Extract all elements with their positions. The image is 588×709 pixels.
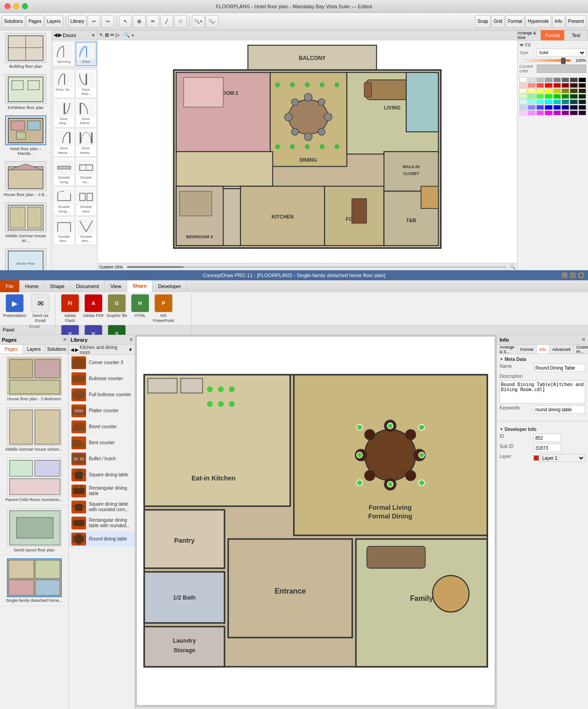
select-tool[interactable]: ⊞ [133,15,146,28]
color-swatch[interactable] [528,105,535,110]
door-item-12[interactable]: Double doo... [76,217,97,245]
dev-collapse-triangle[interactable]: ▼ [500,427,503,431]
minimize-button[interactable] [13,3,19,9]
shape-tool[interactable]: □ [174,15,187,28]
lib-rect-dining-rounded[interactable]: Rectangular dining table with rounded... [69,515,135,531]
color-swatch[interactable] [578,99,586,104]
door-item-5[interactable]: Door, frame... [54,128,75,157]
color-swatch[interactable] [544,105,552,110]
info-tab-arrange[interactable]: Arrange & S... [497,345,517,354]
color-swatch[interactable] [561,99,569,104]
line-tool[interactable]: ╱ [160,15,173,28]
door-item-1[interactable]: Door, thr... [54,70,75,98]
door-item-3[interactable]: Door, stop... [54,99,75,127]
lib-bevel-counter[interactable]: Bevel counter [69,419,135,435]
color-swatch[interactable] [570,99,577,104]
ribbon-tab-home[interactable]: Home [20,280,44,292]
color-swatch[interactable] [536,83,544,88]
color-swatch[interactable] [528,88,535,93]
rp-tab-text[interactable]: Text [565,30,588,40]
lib-rect-dining[interactable]: Rectangular dining table [69,483,135,499]
canvas-tool-4[interactable]: ▷ [116,32,120,38]
color-swatch[interactable] [561,83,569,88]
color-swatch[interactable] [528,77,535,82]
zoom-in[interactable]: + [131,33,134,38]
color-swatch[interactable] [578,110,586,115]
color-swatch[interactable] [536,99,544,104]
ribbon-tab-document[interactable]: Document [71,280,105,292]
door-item-7[interactable]: Double hung [54,158,75,186]
keywords-input[interactable] [534,405,585,414]
color-swatch[interactable] [570,77,577,82]
color-swatch[interactable] [519,99,527,104]
color-swatch[interactable] [561,94,569,99]
door-item-2[interactable]: Door, stop... [76,70,97,98]
color-swatch[interactable] [553,99,561,104]
color-swatch[interactable] [553,77,561,82]
ribbon-tab-view[interactable]: View [105,280,127,292]
redo-btn[interactable]: ↪ [101,15,114,28]
color-swatch[interactable] [528,99,535,104]
door-item-9[interactable]: Double hung... [54,187,75,215]
present-btn[interactable]: Present [566,15,586,28]
rp-tab-format[interactable]: Format [541,30,564,40]
color-swatch[interactable] [578,88,586,93]
ribbon-tab-file[interactable]: File [0,280,20,292]
layer-select[interactable]: Layer 1 [540,454,585,462]
lib-nav-dropdown[interactable]: ▼ [128,347,133,352]
thumb-hotel[interactable]: Hotel floor plan – Manda... [0,113,51,158]
ribbon-btn-ppt[interactable]: P MS PowerPoint [152,294,174,323]
canvas-tool-1[interactable]: ↖ [99,32,103,38]
lib-platter-counter[interactable]: Platter counter [69,403,135,419]
collapse-triangle[interactable] [519,44,524,47]
close-win-btn[interactable]: ✕ [578,272,584,278]
close-doors[interactable]: ✕ [92,33,95,38]
color-swatch[interactable] [561,105,569,110]
info-tab-custom[interactable]: Custom Pr... [574,345,588,354]
tab-layers[interactable]: Layers [23,345,46,354]
door-item-6[interactable]: Door, frame... [76,128,97,157]
undo-btn[interactable]: ↩ [87,15,100,28]
color-swatch[interactable] [544,94,552,99]
lib-bent-counter[interactable]: Bent counter [69,435,135,451]
door-item-4[interactable]: Door, frame... [76,99,97,127]
lib-round-dining[interactable]: Round dining table [69,531,135,547]
lib-nav-prev[interactable]: ◀ [71,347,74,352]
color-swatch[interactable] [570,83,577,88]
page-thumb-german[interactable]: Middle German house schem... [0,404,68,455]
thumb-exhibition[interactable]: Exhibition floor plan [0,71,51,113]
page-thumb-parent[interactable]: Parent-Child Room Numberin... [0,455,68,505]
desc-textarea[interactable]: Round Dining Table[Kitchen and Dining Ro… [500,381,585,404]
color-swatch[interactable] [536,105,544,110]
ribbon-btn-presentation[interactable]: ▶ Presentation [4,294,26,318]
library-btn[interactable]: Library [68,15,87,28]
info-tab-advanced[interactable]: Advanced [550,345,574,354]
current-color-swatch[interactable] [537,65,586,73]
pen-tool[interactable]: ✏ [147,15,159,28]
zoom-control[interactable]: 🔍 [124,32,130,38]
nav-next[interactable]: ▶ [58,32,62,38]
ribbon-btn-flash[interactable]: Fl Adobe Flash [59,294,81,323]
ribbon-btn-graphic[interactable]: G Graphic file [106,294,128,318]
pages-panel-pin[interactable]: ✕ [63,337,66,342]
info-tab-format[interactable]: Format [517,345,537,354]
maximize-button[interactable] [22,3,28,9]
subid-input[interactable] [534,444,561,452]
info-panel-close[interactable]: ✕ [582,337,585,342]
color-swatch[interactable] [553,105,561,110]
canvas-tool-3[interactable]: ✏ [110,32,114,38]
ribbon-btn-pdf[interactable]: A Adobe PDF [82,294,104,318]
thumb-building[interactable]: Building floor plan [0,30,51,71]
color-swatch[interactable] [519,110,527,115]
ribbon-btn-html[interactable]: H HTML [129,294,151,318]
nav-prev[interactable]: ◀ [54,32,57,38]
color-swatch[interactable] [570,94,577,99]
ribbon-tab-shape[interactable]: Shape [44,280,71,292]
fill-type-select[interactable]: Solid Gradient None [537,49,586,57]
close-button[interactable] [5,3,11,9]
color-swatch[interactable] [553,94,561,99]
color-swatch[interactable] [570,105,577,110]
color-swatch[interactable] [536,88,544,93]
pages-btn[interactable]: Pages [26,15,44,28]
color-swatch[interactable] [553,83,561,88]
